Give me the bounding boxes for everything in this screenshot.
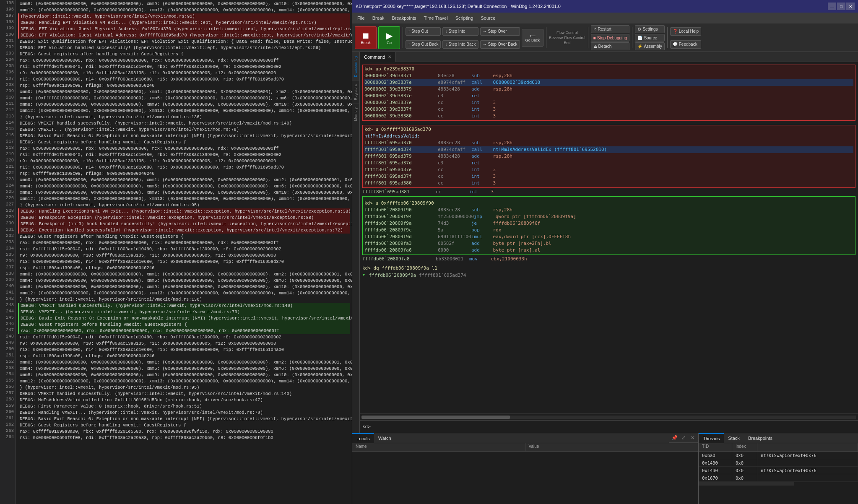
restart-button[interactable]: ↺ Restart <box>591 25 630 33</box>
code-line-221: r13: 0x0000000000000000, r14: 0x0xffff80… <box>18 164 350 171</box>
thread-index: 0x0 <box>732 459 757 466</box>
disasm-line: 00000002`39d38371 83ec28 sub esp,28h <box>364 73 853 79</box>
step-into-back-icon: ↓ <box>445 42 447 47</box>
maximize-button[interactable]: □ <box>837 3 845 10</box>
detach-button[interactable]: ⏏ Detach <box>591 42 630 50</box>
line-number-220: 220 <box>0 157 16 164</box>
code-line-195: xmm8: (0x0000000000000000, 0x00000000000… <box>18 1 350 7</box>
menu-time-travel[interactable]: Time Travel <box>421 13 451 23</box>
step-over-button[interactable]: → Step Over <box>480 27 520 36</box>
local-help-button[interactable]: ❓ Local Help <box>670 27 701 36</box>
flow-control-label: Flow Control <box>549 31 585 35</box>
code-line-240: xmm8: (0x0000000000000000, 0x00000000000… <box>18 284 350 290</box>
code-line-201: DEBUG: Exit Qualification for EPT Violat… <box>18 39 350 45</box>
line-number-262: 262 <box>0 421 16 428</box>
locals-expand-button[interactable]: ⤢ <box>680 434 687 442</box>
command-input[interactable] <box>372 424 855 429</box>
line-number-226: 226 <box>0 195 16 201</box>
step-out-icon: ↑ <box>408 29 410 34</box>
menu-file[interactable]: File <box>354 13 368 23</box>
feedback-button[interactable]: 💬 Feedback <box>670 40 701 49</box>
command-tab-label: Command <box>364 55 385 60</box>
disasm-line: 00000002`39d38380 cc int 3 <box>364 113 853 120</box>
code-line-252: xmm0: (0x0000000000000000, 0x00000000000… <box>18 359 350 366</box>
vtab-registers[interactable]: Registers <box>352 81 359 104</box>
scrollbar-thumb[interactable] <box>361 416 510 419</box>
disasm-line: fffff801`695ad374 e8974cfaff call nt!MmI… <box>364 146 853 153</box>
threads-scroll-track[interactable] <box>699 482 794 486</box>
thread-row[interactable]: 0x16700x0 <box>699 474 858 482</box>
line-number-229: 229 <box>0 214 16 220</box>
line-number-258: 258 <box>0 396 16 403</box>
stack-tab[interactable]: Stack <box>724 433 744 443</box>
minimize-button[interactable]: — <box>828 3 836 10</box>
go-icon: ▶ <box>386 31 393 40</box>
locals-tab[interactable]: Locals <box>352 433 374 443</box>
assembly-button[interactable]: ⚡ Assembly <box>635 42 664 50</box>
code-area[interactable]: xmm8: (0x0000000000000000, 0x00000000000… <box>16 0 352 504</box>
locals-pin-button[interactable]: 📌 <box>671 434 678 442</box>
line-number-227: 227 <box>0 201 16 208</box>
disassembly-output[interactable]: kd> up 0x239d3837000000002`39d38371 83ec… <box>360 62 858 413</box>
thread-row[interactable]: 0x14300x0 <box>699 459 858 467</box>
go-button[interactable]: ▶ Go <box>378 26 400 49</box>
line-number-238: 238 <box>0 270 16 277</box>
locals-toolbar: 📌 ⤢ ✕ <box>669 434 698 443</box>
thread-row[interactable]: 0x14d00x0nt!KiSwapContext+0x76 <box>699 467 858 474</box>
threads-tab[interactable]: Threads <box>699 433 724 443</box>
step-into-button[interactable]: ↓ Step Into <box>442 27 478 36</box>
code-line-257: DEBUG: VMEXIT handled successfully. (hyp… <box>18 391 350 397</box>
scroll-bar-area[interactable] <box>360 413 858 420</box>
locals-value-col: Value <box>525 443 699 451</box>
bottom-panels: Locals Watch 📌 ⤢ ✕ Name Value Threads St… <box>352 433 858 504</box>
line-numbers: 1951961971981992002012022032042052062072… <box>0 0 16 504</box>
step-over-back-button[interactable]: → Step Over Back <box>480 40 520 49</box>
disasm-line: kd> u 0xffffdb06`20809f90 <box>364 200 853 207</box>
line-number-249: 249 <box>0 340 16 346</box>
step-out-button[interactable]: ↑ Step Out <box>406 27 441 36</box>
vtab-memory[interactable]: Memory <box>352 104 359 125</box>
settings-button[interactable]: ⚙ Settings <box>635 25 664 33</box>
code-line-237: rsp: 0xffff808ac1398c08, rflags: 0x00000… <box>18 265 350 271</box>
disasm-line: fffff801`695ad379 4883c428 add rsp,28h <box>364 153 853 160</box>
line-number-199: 199 <box>0 25 16 31</box>
source-button[interactable]: 📄 Source <box>635 34 664 42</box>
watch-tab[interactable]: Watch <box>374 433 395 443</box>
locals-header: Name Value <box>352 443 698 452</box>
step-into-back-button[interactable]: ↓ Step Into Back <box>442 40 478 49</box>
go-back-icon: ⟵ <box>530 34 536 38</box>
locals-close-button[interactable]: ✕ <box>689 434 697 442</box>
disasm-red-box-1: kd> up 0x239d3837000000002`39d38371 83ec… <box>362 65 855 121</box>
command-area: Command ✕ kd> up 0x239d3837000000002`39d… <box>360 52 858 433</box>
menu-scripting[interactable]: Scripting <box>452 13 477 23</box>
line-number-219: 219 <box>0 151 16 157</box>
command-tab[interactable]: Command ✕ <box>360 52 396 62</box>
menu-source[interactable]: Source <box>477 13 499 23</box>
command-tab-close[interactable]: ✕ <box>388 55 391 59</box>
disasm-line: ffffdb06`20809fa8 bb33000021 mov ebx,210… <box>362 256 855 262</box>
code-line-215: DEBUG: VMEXIT... (hypervisor::intel::vme… <box>18 127 350 133</box>
horizontal-scrollbar[interactable] <box>361 416 856 419</box>
stop-button[interactable]: ■ Stop Debugging <box>591 34 630 42</box>
line-number-263: 263 <box>0 428 16 434</box>
go-back-button[interactable]: ⟵ Go Back <box>522 29 544 47</box>
line-number-260: 260 <box>0 409 16 415</box>
close-button[interactable]: ✕ <box>846 3 855 10</box>
feedback-label: Feedback <box>679 42 697 47</box>
breakpoints-tab[interactable]: Breakpoints <box>744 433 777 443</box>
code-line-242: } (hypervisor::intel::vmexit, hypervisor… <box>18 296 350 303</box>
disasm-line: ffffdb06`20809f9c 5a pop rdx <box>364 227 853 234</box>
menu-breakpoints[interactable]: Breakpoints <box>388 13 419 23</box>
menu-break[interactable]: Break <box>369 13 388 23</box>
line-number-205: 205 <box>0 63 16 69</box>
line-number-203: 203 <box>0 50 16 57</box>
step-out-back-button[interactable]: ↑ Step Out Back <box>406 40 441 49</box>
sep5 <box>667 27 668 48</box>
settings-label: Settings <box>642 27 658 31</box>
thread-row[interactable]: 0xba00x0nt!KiSwapContext+0x76 <box>699 452 858 459</box>
restart-icon: ↺ <box>593 27 597 31</box>
vtab-disassembly[interactable]: Disassembly <box>352 52 359 81</box>
code-line-203: DEBUG: Guest registers after handling vm… <box>18 51 350 57</box>
code-line-229: DEBUG: Breakpoint Exception (hypervisor:… <box>18 215 350 221</box>
break-button[interactable]: ⏹ Break <box>355 26 377 49</box>
